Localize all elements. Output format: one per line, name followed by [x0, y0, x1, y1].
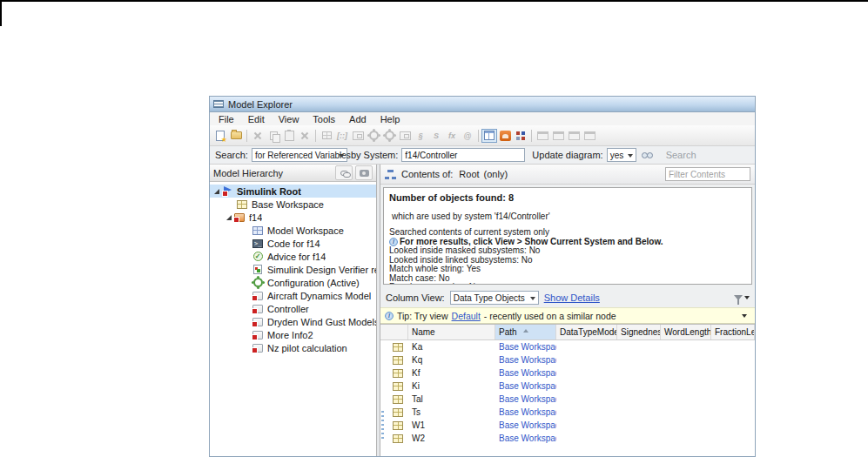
signedness-column-header[interactable]: Signedness — [617, 325, 661, 339]
menu-help[interactable]: Help — [373, 114, 407, 124]
find-icon[interactable] — [642, 151, 654, 160]
new-model-icon[interactable] — [212, 128, 228, 143]
configuration-search-icon[interactable] — [381, 128, 397, 143]
paste-icon[interactable] — [281, 128, 297, 143]
datatypemode-column-header[interactable]: DataTypeMode — [556, 325, 617, 339]
window-icon-4[interactable] — [582, 128, 597, 143]
configuration-icon[interactable] — [366, 128, 381, 143]
table-row[interactable]: W2 Base Workspace — [380, 432, 755, 445]
menu-view[interactable]: View — [272, 114, 306, 124]
preview-button[interactable] — [355, 165, 373, 180]
data-object-icon — [393, 382, 403, 391]
signal-icon[interactable]: § — [413, 128, 428, 143]
cut-icon[interactable] — [250, 128, 266, 143]
at-icon[interactable]: @ — [460, 128, 475, 143]
update-diagram-dropdown[interactable]: yes — [607, 148, 636, 162]
row-path-link[interactable]: Base Workspace — [495, 407, 556, 417]
subsystem-icon — [252, 343, 264, 353]
splitter-grip[interactable] — [381, 411, 384, 440]
copy-icon[interactable] — [266, 128, 281, 143]
new-variable-icon[interactable] — [319, 128, 334, 143]
search-type-dropdown[interactable]: for Referenced Variables — [252, 148, 347, 162]
column-view-icon[interactable] — [481, 128, 497, 143]
contents-scope: (only) — [484, 169, 508, 179]
tip-collapse-icon[interactable] — [742, 314, 747, 320]
table-row[interactable]: Ka Base Workspace — [380, 340, 755, 353]
column-view-dropdown[interactable]: Data Type Objects — [450, 291, 539, 305]
tree-item-aircraft-dynamics[interactable]: Aircraft Dynamics Model — [210, 289, 376, 302]
system-input[interactable] — [401, 148, 525, 162]
menu-file[interactable]: File — [212, 114, 241, 124]
row-path-link[interactable]: Base Workspace — [495, 381, 556, 391]
wordlength-column-header[interactable]: WordLength — [661, 325, 711, 339]
tip-default-link[interactable]: Default — [452, 311, 481, 321]
filter-options-button[interactable] — [734, 293, 750, 302]
mask-icon[interactable] — [397, 128, 413, 143]
menu-bar: File Edit View Tools Add Help — [210, 112, 755, 125]
tree-item-nz-pilot[interactable]: Nz pilot calculation — [210, 341, 376, 354]
open-folder-icon[interactable] — [228, 128, 244, 143]
show-details-link[interactable]: Show Details — [544, 292, 600, 303]
window-icon-3[interactable] — [566, 128, 582, 143]
app-window-icon — [213, 100, 224, 108]
block-library-icon[interactable] — [513, 128, 528, 143]
menu-add[interactable]: Add — [342, 114, 373, 124]
run-search-button[interactable]: Search — [666, 150, 696, 160]
window-icon-1[interactable] — [535, 128, 550, 143]
tree-item-controller[interactable]: Controller — [210, 302, 376, 315]
tree-item-design-verifier[interactable]: Simulink Design Verifier results — [210, 263, 376, 276]
data-object-icon — [393, 369, 403, 378]
delete-icon[interactable] — [297, 128, 313, 143]
link-button[interactable] — [335, 165, 353, 180]
tree-item-base-workspace[interactable]: Base Workspace — [210, 198, 376, 211]
menu-tools[interactable]: Tools — [306, 114, 342, 124]
toolbar-separator — [246, 130, 247, 142]
contents-of-label: Contents of: — [401, 169, 453, 179]
whole-string-text: Match whole string: Yes — [389, 265, 746, 274]
data-object-icon — [393, 395, 403, 404]
code-icon: >_ — [252, 239, 264, 249]
table-row[interactable]: Kf Base Workspace — [380, 366, 755, 380]
data-object-icon — [393, 356, 403, 365]
tree-item-advice-for-f14[interactable]: ✓ Advice for f14 — [210, 250, 376, 263]
new-array-icon[interactable]: [::] — [334, 128, 350, 143]
tree-item-more-info2[interactable]: More Info2 — [210, 328, 376, 341]
row-path-link[interactable]: Base Workspace — [495, 420, 556, 430]
fractionlength-column-header[interactable]: FractionLength — [711, 325, 755, 339]
window-icon-2[interactable] — [550, 128, 566, 143]
table-row[interactable]: Ts Base Workspace — [380, 406, 755, 419]
toolbar-separator — [478, 130, 479, 142]
matlab-icon[interactable] — [497, 128, 513, 143]
row-name: Ki — [408, 381, 495, 391]
contents-node: Root — [459, 169, 479, 179]
expand-arrow-icon[interactable] — [225, 215, 233, 220]
tree-item-configuration[interactable]: Configuration (Active) — [210, 276, 376, 289]
row-path-link[interactable]: Base Workspace — [495, 342, 556, 352]
model-icon — [233, 212, 246, 223]
table-row[interactable]: W1 Base Workspace — [380, 419, 755, 432]
table-row[interactable]: Kq Base Workspace — [380, 353, 755, 366]
tree-item-code-for-f14[interactable]: >_ Code for f14 — [210, 237, 376, 250]
tree-item-model-workspace[interactable]: Model Workspace — [210, 224, 376, 237]
row-name: Ts — [408, 407, 495, 417]
path-column-header[interactable]: Path — [495, 325, 556, 339]
icon-column-header[interactable] — [380, 325, 408, 339]
sfunction-icon[interactable]: S — [428, 128, 444, 143]
tree-item-simulink-root[interactable]: Simulink Root — [210, 185, 376, 198]
new-subsystem-icon[interactable] — [350, 128, 366, 143]
name-column-header[interactable]: Name — [408, 325, 495, 339]
tree-item-dryden-wind[interactable]: Dryden Wind Gust Models — [210, 315, 376, 328]
info-icon: i — [389, 238, 398, 246]
row-path-link[interactable]: Base Workspace — [495, 394, 556, 404]
table-row[interactable]: Tal Base Workspace — [380, 393, 755, 406]
tree-item-f14[interactable]: f14 — [210, 211, 376, 224]
function-icon[interactable]: fx — [444, 128, 460, 143]
menu-edit[interactable]: Edit — [241, 114, 272, 124]
row-path-link[interactable]: Base Workspace — [495, 355, 556, 365]
table-row[interactable]: Ki Base Workspace — [380, 380, 755, 393]
expand-arrow-icon[interactable] — [212, 189, 221, 194]
title-bar[interactable]: Model Explorer — [210, 97, 755, 112]
row-path-link[interactable]: Base Workspace — [495, 433, 556, 443]
row-path-link[interactable]: Base Workspace — [495, 368, 556, 378]
filter-contents-input[interactable] — [665, 167, 750, 181]
